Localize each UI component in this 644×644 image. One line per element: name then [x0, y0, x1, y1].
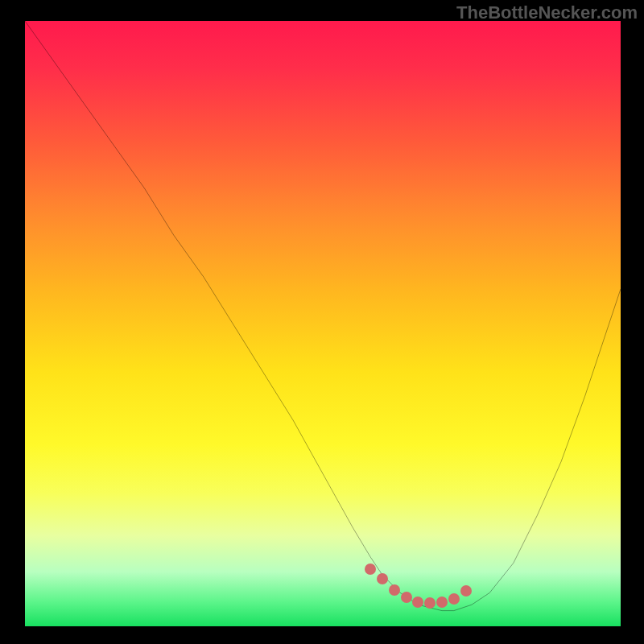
optimal-dot	[424, 597, 436, 609]
optimal-dot	[436, 597, 448, 608]
chart-plot-area	[25, 21, 621, 626]
optimal-dot	[365, 564, 376, 575]
optimal-dot	[389, 584, 400, 596]
optimal-dot	[412, 597, 423, 608]
watermark-text: TheBottleNecker.com	[456, 2, 638, 23]
optimal-range-dots	[25, 21, 621, 626]
optimal-dot	[460, 585, 472, 597]
optimal-dot	[401, 592, 412, 603]
optimal-dot	[377, 573, 388, 584]
optimal-dot	[448, 593, 460, 605]
